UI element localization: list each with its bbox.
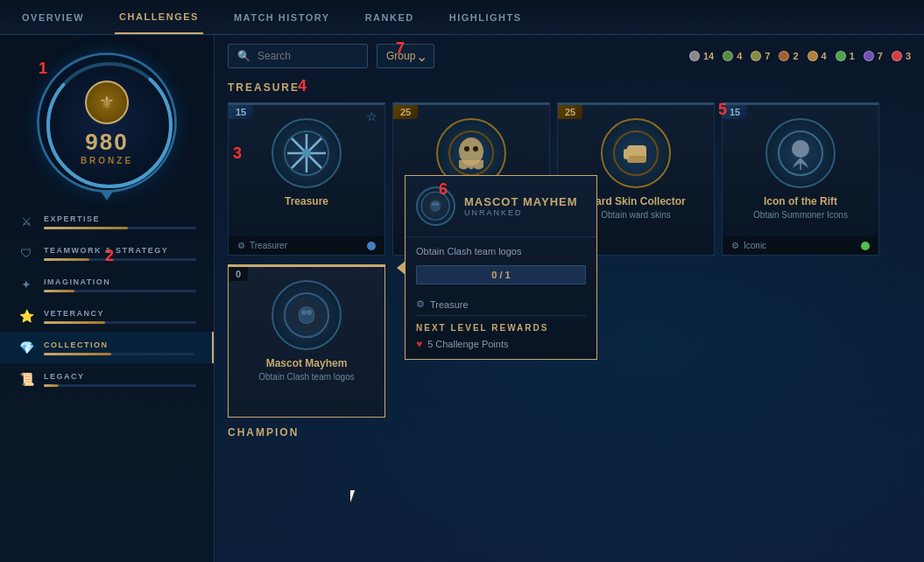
popup-reward-heart-icon: ♥ [416, 338, 422, 350]
cat-imagination[interactable]: ✦ IMAGINATION [0, 269, 214, 300]
cat-veterancy-info: VETERANCY [44, 309, 196, 324]
svg-point-27 [435, 202, 439, 206]
popup-cat-icon: ⚙ [416, 299, 425, 310]
card-ward-name: Ward Skin Collector [586, 195, 686, 207]
card-icon-level: 15 [723, 105, 747, 119]
cat-legacy-info: LEGACY [44, 372, 196, 387]
card-treasure-icon-wrap [272, 118, 342, 188]
card-mascot-mayhem[interactable]: 0 Mascot Mayhem Obtain Clash team logos [228, 264, 385, 418]
svg-point-18 [792, 140, 809, 158]
progress-arc [39, 55, 180, 195]
card-iconic-gem [861, 242, 870, 250]
popup-desc: Obtain Clash team logos [416, 246, 586, 256]
nav-ranked[interactable]: RANKED [361, 0, 419, 34]
card-treasure-name: Treasure [285, 195, 328, 207]
card-icon-rift-desc: Obtain Summoner Icons [753, 210, 848, 220]
cat-imagination-bar [44, 290, 74, 292]
svg-rect-15 [627, 156, 646, 163]
card-ward-svg [612, 130, 660, 178]
nav-overview[interactable]: OVERVIEW [18, 0, 88, 34]
gem-count-0: 14 [703, 51, 714, 61]
gem-count-6: 7 [878, 51, 883, 61]
card-treasure-footer-icon: ⚙ [237, 241, 245, 250]
gem-count-7: 3 [906, 51, 911, 61]
card-icon-rift-footer: ⚙ Iconic [723, 236, 878, 255]
expertise-icon: ⚔ [18, 213, 35, 230]
cat-collection-bar-bg [44, 353, 194, 355]
popup-title-wrap: MASCOT MAYHEM UNRANKED [464, 195, 578, 217]
cat-imagination-bar-bg [44, 290, 196, 292]
cat-veterancy[interactable]: ⭐ VETERANCY [0, 300, 214, 332]
cat-expertise[interactable]: ⚔ EXPERTISE [0, 206, 214, 237]
nav-challenges[interactable]: CHALLENGES [115, 0, 203, 34]
gem-dot-2 [751, 51, 761, 61]
collection-icon: 💎 [18, 339, 35, 356]
cat-legacy[interactable]: 📜 LEGACY [0, 363, 214, 395]
gem-count-2: 7 [765, 51, 770, 61]
cat-collection-info: COLLECTION [44, 341, 194, 355]
search-input[interactable] [257, 50, 358, 62]
cat-expertise-bar [44, 227, 128, 229]
cat-collection-bar [44, 353, 111, 355]
popup-arrow [397, 261, 406, 275]
cat-collection-label: COLLECTION [44, 341, 194, 349]
cat-expertise-bar-bg [44, 227, 196, 229]
gem-dot-3 [779, 51, 789, 61]
cat-legacy-bar [44, 384, 59, 387]
popup-icon-svg [420, 191, 451, 221]
gem-count-5: 1 [850, 51, 855, 61]
card-treasure[interactable]: 3 15 ☆ Treasure [228, 102, 385, 256]
gem-counters: 14 4 7 2 4 [689, 51, 911, 61]
gem-counter-1: 4 [723, 51, 742, 61]
cat-teamwork[interactable]: 🛡 TEAMWORK & STRATEGY [0, 237, 214, 269]
popup-reward-text: 5 Challenge Points [427, 339, 508, 349]
popup-cat-label: Treasure [430, 299, 469, 310]
cat-teamwork-bar [44, 258, 89, 261]
card-iconic-label: Iconic [744, 241, 766, 250]
treasure-header: TREASURE [228, 81, 911, 94]
cat-teamwork-info: TEAMWORK & STRATEGY [44, 246, 196, 261]
teamwork-icon: 🛡 [18, 244, 35, 262]
veterancy-icon: ⭐ [18, 307, 35, 325]
card-mascot-desc: Obtain Clash team logos [258, 372, 355, 382]
cat-veterancy-bar-bg [44, 321, 196, 324]
card-emotive-level: 25 [393, 105, 418, 119]
popup-title: MASCOT MAYHEM [464, 195, 578, 208]
card-ward-desc: Obtain ward skins [601, 210, 670, 220]
nav-match-history[interactable]: MATCH HISTORY [229, 0, 335, 34]
cat-imagination-info: IMAGINATION [44, 277, 196, 292]
gem-counter-5: 1 [836, 51, 855, 61]
category-list: ⚔ EXPERTISE 🛡 TEAMWORK & STRATEGY [0, 206, 214, 395]
gem-dot-0 [689, 51, 700, 61]
card-iconic-icon: ⚙ [731, 241, 739, 250]
champion-section: CHAMPION [228, 426, 911, 439]
nav-highlights[interactable]: HIGHLIGHTS [445, 0, 526, 34]
svg-point-26 [432, 202, 435, 206]
card-mascot-svg [283, 292, 331, 340]
gem-counter-0: 14 [689, 51, 714, 61]
popup-rewards-header: NEXT LEVEL REWARDS [416, 323, 586, 333]
gem-counter-4: 4 [808, 51, 827, 61]
card-treasure-gem [367, 242, 376, 250]
cat-collection[interactable]: 💎 COLLECTION [0, 332, 214, 363]
legacy-icon: 📜 [18, 370, 35, 388]
cat-legacy-bar-bg [44, 384, 196, 387]
champion-header: CHAMPION [228, 426, 911, 439]
gem-count-1: 4 [737, 51, 742, 61]
svg-point-11 [464, 146, 469, 151]
gem-dot-1 [723, 51, 733, 61]
card-mascot-name: Mascot Mayhem [266, 357, 348, 369]
gem-counter-3: 2 [779, 51, 798, 61]
popup-progress-bar: 0 / 1 [416, 265, 586, 285]
popup-subtitle: UNRANKED [464, 208, 578, 217]
popup-body: Obtain Clash team logos 0 / 1 ⚙ Treasure… [406, 237, 596, 359]
group-select[interactable]: Group [377, 44, 434, 68]
gem-counter-6: 7 [864, 51, 883, 61]
imagination-icon: ✦ [18, 276, 35, 293]
card-mascot-icon-wrap [272, 280, 342, 350]
card-icon-rift[interactable]: 5 15 Icon of the Rift Obtain Summoner Ic… [722, 102, 879, 256]
cat-imagination-label: IMAGINATION [44, 277, 196, 286]
cat-expertise-info: EXPERTISE [44, 214, 196, 229]
card-ward-level: 25 [558, 105, 582, 119]
popup-reward-item: ♥ 5 Challenge Points [416, 338, 586, 350]
